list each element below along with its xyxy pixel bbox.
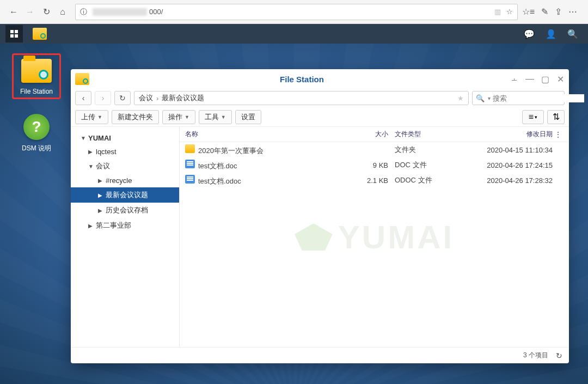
filestation-window: File Station ⫠ — ▢ ✕ ‹ › ↻ 会议 › 最新会议议题 ★…: [71, 69, 569, 363]
share-icon[interactable]: ⇪: [555, 7, 562, 17]
breadcrumb-segment[interactable]: 会议: [139, 93, 153, 103]
ink-icon[interactable]: ✎: [541, 7, 548, 17]
apps-menu-icon[interactable]: [5, 25, 23, 42]
browser-actions: ☆≡ ✎ ⇪ ⋯: [522, 7, 583, 17]
breadcrumb[interactable]: 会议 › 最新会议议题 ★: [134, 91, 469, 105]
col-size[interactable]: 大小: [357, 130, 395, 139]
desktop: File Station ? DSM 说明 File Station ⫠ — ▢…: [0, 44, 588, 384]
svg-rect-3: [15, 34, 18, 38]
url-bar[interactable]: ⓘ000/ ▥ ☆: [75, 4, 518, 20]
col-type[interactable]: 文件类型: [395, 130, 465, 139]
nav-back-button[interactable]: ‹: [75, 91, 91, 105]
maximize-icon[interactable]: ▢: [541, 74, 549, 84]
search-icon[interactable]: 🔍: [567, 29, 578, 39]
svg-rect-1: [15, 30, 18, 33]
new-folder-button[interactable]: 新建文件夹: [112, 110, 159, 124]
doc-icon: [185, 175, 195, 184]
file-columns: 名称 大小 文件类型 修改日期 ⋮: [180, 127, 569, 142]
svg-rect-2: [10, 34, 14, 38]
nav-refresh-button[interactable]: ↻: [114, 91, 131, 105]
file-pane: 名称 大小 文件类型 修改日期 ⋮ 2020年第一次董事会 文件夹 2020-0…: [180, 127, 569, 347]
desktop-icon-label: DSM 说明: [12, 144, 61, 153]
tree-item[interactable]: ▶#recycle: [71, 174, 179, 187]
toolbar: 上传▼ 新建文件夹 操作▼ 工具▼ 设置 ≡ ▾ ⇅: [71, 107, 569, 127]
breadcrumb-segment[interactable]: 最新会议议题: [162, 93, 204, 103]
watermark: YumaI: [295, 218, 454, 256]
tools-button[interactable]: 工具▼: [199, 110, 232, 124]
col-menu-icon[interactable]: ⋮: [553, 131, 564, 138]
window-title: File Station: [94, 75, 510, 84]
col-date[interactable]: 修改日期: [465, 130, 553, 139]
settings-button[interactable]: 设置: [235, 110, 261, 124]
forward-button[interactable]: →: [22, 4, 38, 20]
tree-item[interactable]: ▶lqctest: [71, 145, 179, 159]
desktop-icon-help[interactable]: ? DSM 说明: [12, 113, 61, 153]
favorites-icon[interactable]: ☆≡: [522, 7, 535, 17]
desktop-icon-filestation[interactable]: File Station: [12, 53, 61, 99]
status-bar: 3 个项目 ↻: [71, 347, 569, 363]
chevron-right-icon: ›: [156, 94, 158, 102]
favorite-star-icon[interactable]: ★: [457, 94, 464, 102]
close-icon[interactable]: ✕: [556, 74, 565, 84]
back-button[interactable]: ←: [5, 4, 22, 20]
item-count: 3 个项目: [523, 351, 548, 360]
folder-tree: ▼YUMAI ▶lqctest ▼会议 ▶#recycle ▶最新会议议题 ▶历…: [71, 127, 180, 347]
more-icon[interactable]: ⋯: [568, 7, 577, 17]
nav-forward-button[interactable]: ›: [95, 91, 111, 105]
file-row[interactable]: test文档.doc 9 KB DOC 文件 2020-04-26 17:24:…: [180, 157, 569, 173]
upload-button[interactable]: 上传▼: [75, 110, 108, 124]
chevron-down-icon[interactable]: ▾: [488, 95, 491, 101]
window-titlebar[interactable]: File Station ⫠ — ▢ ✕: [71, 69, 569, 89]
file-row[interactable]: 2020年第一次董事会 文件夹 2020-04-15 11:10:34: [180, 142, 569, 157]
view-list-button[interactable]: ≡ ▾: [522, 110, 544, 124]
chat-icon[interactable]: 💬: [524, 29, 535, 39]
browser-toolbar: ← → ↻ ⌂ ⓘ000/ ▥ ☆ ☆≡ ✎ ⇪ ⋯: [0, 0, 588, 24]
minimize-icon[interactable]: —: [525, 74, 534, 84]
col-name[interactable]: 名称: [185, 130, 357, 139]
tree-root[interactable]: ▼YUMAI: [71, 131, 179, 145]
tree-item-active[interactable]: ▶最新会议议题: [71, 187, 179, 203]
dsm-taskbar: 💬 👤 🔍: [0, 24, 588, 44]
nav-row: ‹ › ↻ 会议 › 最新会议议题 ★ 🔍▾: [71, 89, 569, 107]
user-icon[interactable]: 👤: [546, 29, 556, 39]
sort-button[interactable]: ⇅: [547, 110, 565, 124]
tree-item[interactable]: ▶第二事业部: [71, 218, 179, 233]
folder-icon: [185, 144, 195, 153]
doc-icon: [185, 160, 195, 168]
pin-icon[interactable]: ⫠: [510, 74, 519, 84]
search-input[interactable]: [493, 94, 584, 102]
svg-rect-0: [10, 30, 14, 33]
refresh-button[interactable]: ↻: [38, 4, 54, 20]
taskbar-filestation-icon[interactable]: [33, 28, 47, 40]
search-box[interactable]: 🔍▾: [472, 91, 565, 105]
tree-item[interactable]: ▶历史会议存档: [71, 203, 179, 218]
tree-item[interactable]: ▼会议: [71, 159, 179, 174]
status-refresh-icon[interactable]: ↻: [556, 351, 562, 360]
search-icon: 🔍: [476, 94, 485, 102]
home-button[interactable]: ⌂: [54, 4, 71, 20]
file-row[interactable]: test文档.odoc 2.1 KB ODOC 文件 2020-04-26 17…: [180, 173, 569, 188]
action-button[interactable]: 操作▼: [162, 110, 195, 124]
desktop-icon-label: File Station: [14, 88, 59, 95]
